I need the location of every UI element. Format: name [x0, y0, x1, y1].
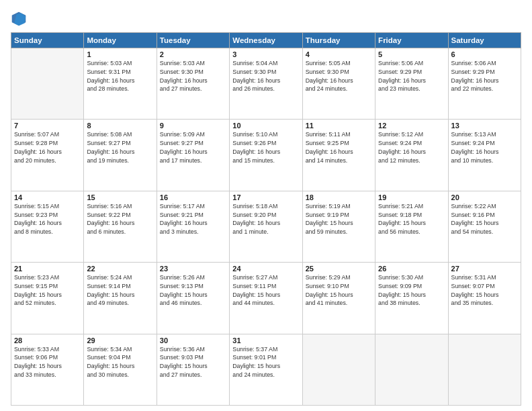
day-number: 7: [14, 122, 81, 130]
day-info: Sunrise: 5:30 AM Sunset: 9:09 PM Dayligh…: [378, 273, 445, 308]
calendar-cell: [11, 48, 84, 120]
day-info: Sunrise: 5:17 AM Sunset: 9:21 PM Dayligh…: [160, 202, 226, 236]
weekday-header-tuesday: Tuesday: [157, 33, 229, 48]
weekday-header-sunday: Sunday: [11, 33, 84, 48]
calendar-cell: 3Sunrise: 5:04 AM Sunset: 9:30 PM Daylig…: [230, 48, 302, 120]
day-number: 1: [87, 50, 153, 58]
week-row-5: 28Sunrise: 5:33 AM Sunset: 9:06 PM Dayli…: [11, 334, 521, 405]
header: [11, 11, 521, 27]
day-number: 20: [451, 193, 518, 201]
day-info: Sunrise: 5:06 AM Sunset: 9:29 PM Dayligh…: [378, 59, 445, 93]
day-number: 23: [160, 265, 226, 273]
week-row-4: 21Sunrise: 5:23 AM Sunset: 9:15 PM Dayli…: [11, 263, 521, 334]
calendar-cell: 2Sunrise: 5:03 AM Sunset: 9:30 PM Daylig…: [157, 48, 229, 120]
day-number: 21: [14, 265, 81, 273]
day-info: Sunrise: 5:22 AM Sunset: 9:16 PM Dayligh…: [451, 202, 518, 236]
weekday-header-saturday: Saturday: [448, 33, 521, 48]
calendar-cell: 21Sunrise: 5:23 AM Sunset: 9:15 PM Dayli…: [11, 263, 84, 334]
day-info: Sunrise: 5:05 AM Sunset: 9:30 PM Dayligh…: [306, 59, 372, 93]
day-number: 31: [232, 336, 299, 345]
day-number: 3: [232, 50, 299, 58]
day-number: 17: [232, 193, 299, 201]
calendar-cell: 27Sunrise: 5:31 AM Sunset: 9:07 PM Dayli…: [448, 263, 521, 334]
calendar-cell: [375, 334, 448, 405]
day-number: 8: [87, 122, 153, 130]
day-info: Sunrise: 5:34 AM Sunset: 9:04 PM Dayligh…: [87, 345, 153, 379]
calendar-cell: 23Sunrise: 5:26 AM Sunset: 9:13 PM Dayli…: [157, 263, 229, 334]
day-info: Sunrise: 5:16 AM Sunset: 9:22 PM Dayligh…: [87, 202, 153, 236]
day-info: Sunrise: 5:37 AM Sunset: 9:01 PM Dayligh…: [232, 345, 299, 379]
day-info: Sunrise: 5:06 AM Sunset: 9:29 PM Dayligh…: [451, 59, 518, 93]
calendar-cell: 4Sunrise: 5:05 AM Sunset: 9:30 PM Daylig…: [302, 48, 375, 120]
day-number: 10: [232, 122, 299, 130]
day-number: 19: [378, 193, 445, 201]
calendar-cell: 9Sunrise: 5:09 AM Sunset: 9:27 PM Daylig…: [157, 120, 229, 191]
calendar-cell: 16Sunrise: 5:17 AM Sunset: 9:21 PM Dayli…: [157, 191, 229, 262]
calendar-cell: 28Sunrise: 5:33 AM Sunset: 9:06 PM Dayli…: [11, 334, 84, 405]
calendar-cell: 7Sunrise: 5:07 AM Sunset: 9:28 PM Daylig…: [11, 120, 84, 191]
calendar-cell: 22Sunrise: 5:24 AM Sunset: 9:14 PM Dayli…: [84, 263, 157, 334]
page: SundayMondayTuesdayWednesdayThursdayFrid…: [0, 0, 532, 411]
day-number: 2: [160, 50, 226, 58]
calendar-cell: 14Sunrise: 5:15 AM Sunset: 9:23 PM Dayli…: [11, 191, 84, 262]
day-info: Sunrise: 5:26 AM Sunset: 9:13 PM Dayligh…: [160, 273, 226, 308]
day-number: 12: [378, 122, 445, 130]
logo-icon: [11, 11, 27, 27]
day-info: Sunrise: 5:08 AM Sunset: 9:27 PM Dayligh…: [87, 130, 153, 165]
day-info: Sunrise: 5:18 AM Sunset: 9:20 PM Dayligh…: [232, 202, 299, 236]
day-number: 25: [306, 265, 372, 273]
calendar-cell: 13Sunrise: 5:13 AM Sunset: 9:24 PM Dayli…: [448, 120, 521, 191]
calendar-cell: 15Sunrise: 5:16 AM Sunset: 9:22 PM Dayli…: [84, 191, 157, 262]
day-info: Sunrise: 5:23 AM Sunset: 9:15 PM Dayligh…: [14, 273, 81, 308]
calendar-cell: [448, 334, 521, 405]
day-number: 28: [14, 336, 81, 345]
day-info: Sunrise: 5:21 AM Sunset: 9:18 PM Dayligh…: [378, 202, 445, 236]
day-info: Sunrise: 5:03 AM Sunset: 9:30 PM Dayligh…: [160, 59, 226, 93]
day-number: 13: [451, 122, 518, 130]
calendar-cell: 18Sunrise: 5:19 AM Sunset: 9:19 PM Dayli…: [302, 191, 375, 262]
day-info: Sunrise: 5:33 AM Sunset: 9:06 PM Dayligh…: [14, 345, 81, 379]
day-number: 16: [160, 193, 226, 201]
day-number: 29: [87, 336, 153, 345]
day-number: 22: [87, 265, 153, 273]
day-number: 14: [14, 193, 81, 201]
calendar-cell: 5Sunrise: 5:06 AM Sunset: 9:29 PM Daylig…: [375, 48, 448, 120]
day-number: 5: [378, 50, 445, 58]
day-info: Sunrise: 5:07 AM Sunset: 9:28 PM Dayligh…: [14, 130, 81, 165]
calendar-cell: 25Sunrise: 5:29 AM Sunset: 9:10 PM Dayli…: [302, 263, 375, 334]
day-info: Sunrise: 5:09 AM Sunset: 9:27 PM Dayligh…: [160, 130, 226, 165]
day-number: 30: [160, 336, 226, 345]
weekday-header-wednesday: Wednesday: [230, 33, 302, 48]
day-number: 4: [306, 50, 372, 58]
day-number: 11: [306, 122, 372, 130]
calendar-cell: 8Sunrise: 5:08 AM Sunset: 9:27 PM Daylig…: [84, 120, 157, 191]
day-number: 26: [378, 265, 445, 273]
calendar-cell: 26Sunrise: 5:30 AM Sunset: 9:09 PM Dayli…: [375, 263, 448, 334]
week-row-3: 14Sunrise: 5:15 AM Sunset: 9:23 PM Dayli…: [11, 191, 521, 262]
day-number: 9: [160, 122, 226, 130]
day-info: Sunrise: 5:12 AM Sunset: 9:24 PM Dayligh…: [378, 130, 445, 165]
day-info: Sunrise: 5:27 AM Sunset: 9:11 PM Dayligh…: [232, 273, 299, 308]
day-info: Sunrise: 5:10 AM Sunset: 9:26 PM Dayligh…: [232, 130, 299, 165]
day-number: 24: [232, 265, 299, 273]
calendar-cell: 24Sunrise: 5:27 AM Sunset: 9:11 PM Dayli…: [230, 263, 302, 334]
calendar-cell: 1Sunrise: 5:03 AM Sunset: 9:31 PM Daylig…: [84, 48, 157, 120]
day-info: Sunrise: 5:03 AM Sunset: 9:31 PM Dayligh…: [87, 59, 153, 93]
day-info: Sunrise: 5:04 AM Sunset: 9:30 PM Dayligh…: [232, 59, 299, 93]
day-info: Sunrise: 5:31 AM Sunset: 9:07 PM Dayligh…: [451, 273, 518, 308]
calendar-cell: 19Sunrise: 5:21 AM Sunset: 9:18 PM Dayli…: [375, 191, 448, 262]
day-info: Sunrise: 5:36 AM Sunset: 9:03 PM Dayligh…: [160, 345, 226, 379]
day-number: 18: [306, 193, 372, 201]
weekday-header-row: SundayMondayTuesdayWednesdayThursdayFrid…: [11, 33, 521, 48]
weekday-header-monday: Monday: [84, 33, 157, 48]
week-row-1: 1Sunrise: 5:03 AM Sunset: 9:31 PM Daylig…: [11, 48, 521, 120]
calendar-cell: 17Sunrise: 5:18 AM Sunset: 9:20 PM Dayli…: [230, 191, 302, 262]
day-number: 15: [87, 193, 153, 201]
day-info: Sunrise: 5:11 AM Sunset: 9:25 PM Dayligh…: [306, 130, 372, 165]
day-number: 27: [451, 265, 518, 273]
day-info: Sunrise: 5:19 AM Sunset: 9:19 PM Dayligh…: [306, 202, 372, 236]
calendar-cell: 31Sunrise: 5:37 AM Sunset: 9:01 PM Dayli…: [230, 334, 302, 405]
calendar-cell: 6Sunrise: 5:06 AM Sunset: 9:29 PM Daylig…: [448, 48, 521, 120]
day-info: Sunrise: 5:13 AM Sunset: 9:24 PM Dayligh…: [451, 130, 518, 165]
day-info: Sunrise: 5:24 AM Sunset: 9:14 PM Dayligh…: [87, 273, 153, 308]
